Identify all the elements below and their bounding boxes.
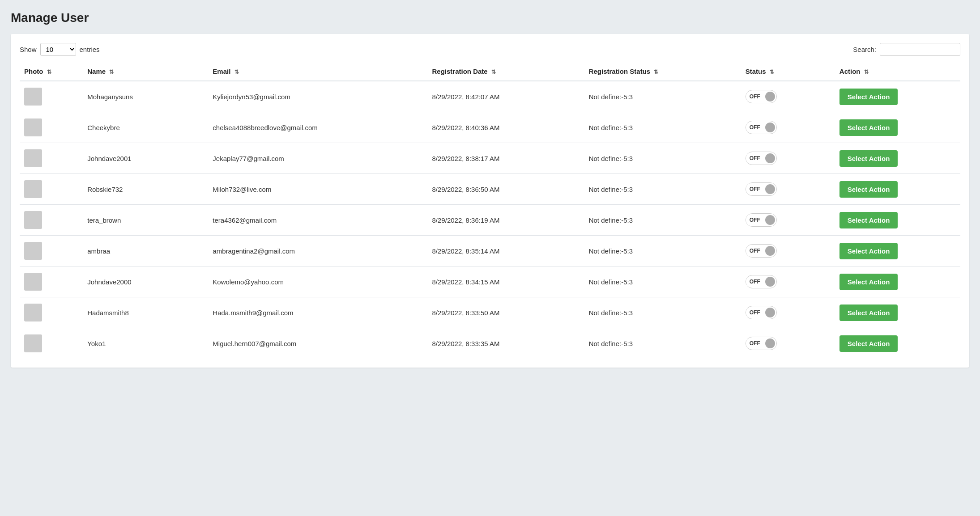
cell-reg-status: Not define:-5:3 bbox=[584, 236, 741, 266]
status-toggle[interactable]: OFF bbox=[746, 337, 777, 350]
photo-placeholder bbox=[24, 180, 42, 198]
cell-action: Select Action bbox=[835, 328, 960, 359]
cell-status: OFF bbox=[741, 205, 835, 236]
status-toggle[interactable]: OFF bbox=[746, 90, 777, 103]
sort-icon-reg-status: ⇅ bbox=[654, 69, 658, 75]
select-action-button[interactable]: Select Action bbox=[839, 181, 898, 198]
sort-icon-email: ⇅ bbox=[234, 69, 239, 75]
cell-status: OFF bbox=[741, 81, 835, 112]
cell-photo bbox=[20, 236, 83, 266]
table-container: Show 10 25 50 100 entries Search: Photo bbox=[11, 34, 969, 368]
cell-status: OFF bbox=[741, 112, 835, 143]
cell-email: tera4362@gmail.com bbox=[208, 205, 427, 236]
cell-reg-status: Not define:-5:3 bbox=[584, 174, 741, 205]
cell-name: Johndave2000 bbox=[83, 266, 208, 297]
col-header-reg-status[interactable]: Registration Status ⇅ bbox=[584, 62, 741, 81]
sort-icon-status: ⇅ bbox=[770, 69, 774, 75]
cell-reg-status: Not define:-5:3 bbox=[584, 143, 741, 174]
col-header-action[interactable]: Action ⇅ bbox=[835, 62, 960, 81]
toggle-off-label: OFF bbox=[746, 308, 764, 317]
col-header-name[interactable]: Name ⇅ bbox=[83, 62, 208, 81]
cell-photo bbox=[20, 328, 83, 359]
cell-action: Select Action bbox=[835, 174, 960, 205]
cell-photo bbox=[20, 112, 83, 143]
cell-email: Jekaplay77@gmail.com bbox=[208, 143, 427, 174]
cell-reg-date: 8/29/2022, 8:42:07 AM bbox=[428, 81, 584, 112]
sort-icon-reg-date: ⇅ bbox=[491, 69, 496, 75]
search-box-group: Search: bbox=[853, 43, 960, 56]
sort-icon-name: ⇅ bbox=[109, 69, 114, 75]
status-toggle[interactable]: OFF bbox=[746, 306, 777, 319]
select-action-button[interactable]: Select Action bbox=[839, 243, 898, 259]
cell-name: Cheekybre bbox=[83, 112, 208, 143]
table-row: ambraaambragentina2@gmail.com8/29/2022, … bbox=[20, 236, 960, 266]
photo-placeholder bbox=[24, 118, 42, 136]
select-action-button[interactable]: Select Action bbox=[839, 150, 898, 167]
toggle-off-label: OFF bbox=[746, 215, 764, 225]
show-label: Show bbox=[20, 46, 37, 53]
toggle-knob bbox=[765, 246, 775, 256]
cell-reg-date: 8/29/2022, 8:40:36 AM bbox=[428, 112, 584, 143]
cell-reg-status: Not define:-5:3 bbox=[584, 81, 741, 112]
col-header-status[interactable]: Status ⇅ bbox=[741, 62, 835, 81]
toggle-knob bbox=[765, 308, 775, 317]
table-row: Yoko1Miguel.hern007@gmail.com8/29/2022, … bbox=[20, 328, 960, 359]
cell-name: Robskie732 bbox=[83, 174, 208, 205]
select-action-button[interactable]: Select Action bbox=[839, 274, 898, 290]
status-toggle[interactable]: OFF bbox=[746, 182, 777, 196]
status-toggle[interactable]: OFF bbox=[746, 152, 777, 165]
cell-reg-date: 8/29/2022, 8:36:50 AM bbox=[428, 174, 584, 205]
col-header-email[interactable]: Email ⇅ bbox=[208, 62, 427, 81]
cell-reg-status: Not define:-5:3 bbox=[584, 266, 741, 297]
entries-label: entries bbox=[80, 46, 100, 53]
photo-placeholder bbox=[24, 273, 42, 291]
status-toggle[interactable]: OFF bbox=[746, 244, 777, 258]
cell-action: Select Action bbox=[835, 297, 960, 328]
cell-reg-status: Not define:-5:3 bbox=[584, 328, 741, 359]
sort-icon-photo: ⇅ bbox=[47, 69, 51, 75]
col-header-photo[interactable]: Photo ⇅ bbox=[20, 62, 83, 81]
select-action-button[interactable]: Select Action bbox=[839, 305, 898, 321]
cell-reg-date: 8/29/2022, 8:35:14 AM bbox=[428, 236, 584, 266]
status-toggle[interactable]: OFF bbox=[746, 121, 777, 134]
table-row: Robskie732Miloh732@live.com8/29/2022, 8:… bbox=[20, 174, 960, 205]
cell-email: Kyliejordyn53@gmail.com bbox=[208, 81, 427, 112]
search-input[interactable] bbox=[880, 43, 960, 56]
cell-name: tera_brown bbox=[83, 205, 208, 236]
toggle-knob bbox=[765, 92, 775, 102]
toggle-knob bbox=[765, 123, 775, 132]
cell-reg-status: Not define:-5:3 bbox=[584, 297, 741, 328]
cell-action: Select Action bbox=[835, 236, 960, 266]
col-header-reg-date[interactable]: Registration Date ⇅ bbox=[428, 62, 584, 81]
entries-select[interactable]: 10 25 50 100 bbox=[40, 43, 76, 56]
select-action-button[interactable]: Select Action bbox=[839, 212, 898, 228]
select-action-button[interactable]: Select Action bbox=[839, 119, 898, 136]
cell-photo bbox=[20, 297, 83, 328]
show-entries-group: Show 10 25 50 100 entries bbox=[20, 43, 100, 56]
cell-email: Miloh732@live.com bbox=[208, 174, 427, 205]
cell-action: Select Action bbox=[835, 112, 960, 143]
cell-photo bbox=[20, 266, 83, 297]
cell-email: Hada.msmith9@gmail.com bbox=[208, 297, 427, 328]
cell-name: Johndave2001 bbox=[83, 143, 208, 174]
photo-placeholder bbox=[24, 304, 42, 321]
cell-photo bbox=[20, 205, 83, 236]
toggle-knob bbox=[765, 338, 775, 348]
toggle-off-label: OFF bbox=[746, 246, 764, 256]
toggle-off-label: OFF bbox=[746, 123, 764, 132]
toggle-off-label: OFF bbox=[746, 92, 764, 102]
cell-status: OFF bbox=[741, 297, 835, 328]
cell-email: Miguel.hern007@gmail.com bbox=[208, 328, 427, 359]
photo-placeholder bbox=[24, 242, 42, 260]
cell-email: chelsea4088breedlove@gmail.com bbox=[208, 112, 427, 143]
select-action-button[interactable]: Select Action bbox=[839, 335, 898, 352]
table-row: tera_browntera4362@gmail.com8/29/2022, 8… bbox=[20, 205, 960, 236]
toggle-off-label: OFF bbox=[746, 277, 764, 287]
photo-placeholder bbox=[24, 88, 42, 106]
status-toggle[interactable]: OFF bbox=[746, 275, 777, 288]
photo-placeholder bbox=[24, 149, 42, 167]
toggle-knob bbox=[765, 215, 775, 225]
status-toggle[interactable]: OFF bbox=[746, 213, 777, 227]
select-action-button[interactable]: Select Action bbox=[839, 89, 898, 105]
cell-reg-date: 8/29/2022, 8:33:50 AM bbox=[428, 297, 584, 328]
